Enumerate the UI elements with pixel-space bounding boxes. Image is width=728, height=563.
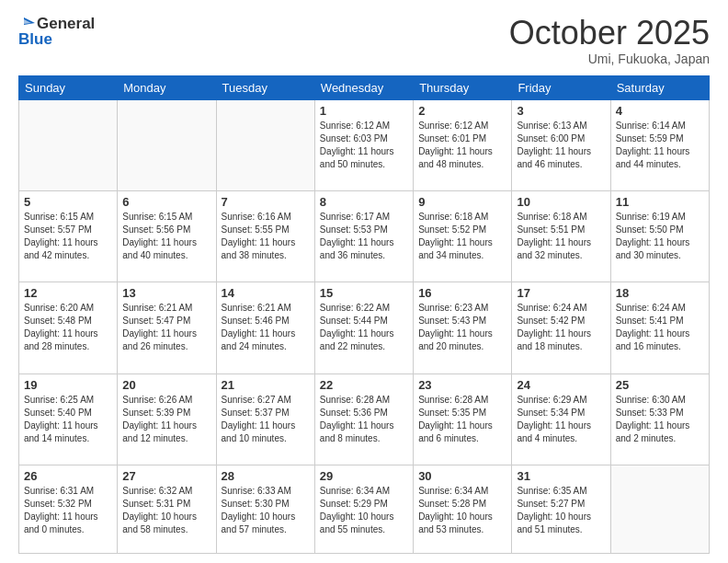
table-row: 9Sunrise: 6:18 AMSunset: 5:52 PMDaylight…: [414, 190, 512, 282]
cell-line: Sunrise: 6:27 AM: [222, 394, 310, 407]
table-row: 12Sunrise: 6:20 AMSunset: 5:48 PMDayligh…: [19, 282, 118, 373]
cell-line: and 12 minutes.: [122, 432, 210, 445]
day-number: 20: [122, 378, 210, 392]
cell-line: Daylight: 11 hours: [24, 511, 112, 523]
cell-line: and 55 minutes.: [320, 523, 408, 536]
week-row-3: 12Sunrise: 6:20 AMSunset: 5:48 PMDayligh…: [19, 282, 710, 373]
cell-line: and 8 minutes.: [320, 432, 408, 445]
cell-line: Sunset: 5:40 PM: [24, 407, 112, 419]
cell-line: Sunrise: 6:18 AM: [517, 211, 605, 224]
cell-line: Sunset: 5:57 PM: [24, 224, 112, 236]
table-row: 30Sunrise: 6:34 AMSunset: 5:28 PMDayligh…: [414, 465, 512, 554]
day-number: 7: [222, 195, 310, 209]
cell-line: Daylight: 10 hours: [517, 511, 605, 523]
header-monday: Monday: [118, 75, 216, 99]
cell-content: Sunrise: 6:12 AMSunset: 6:01 PMDaylight:…: [418, 120, 506, 171]
table-row: 22Sunrise: 6:28 AMSunset: 5:36 PMDayligh…: [314, 373, 413, 465]
table-row: 20Sunrise: 6:26 AMSunset: 5:39 PMDayligh…: [118, 373, 216, 465]
cell-line: Sunrise: 6:17 AM: [320, 211, 408, 224]
day-number: 17: [517, 286, 605, 300]
cell-line: Sunrise: 6:12 AM: [418, 120, 506, 132]
cell-line: Sunset: 5:47 PM: [122, 315, 210, 327]
table-row: 27Sunrise: 6:32 AMSunset: 5:31 PMDayligh…: [118, 465, 216, 554]
day-number: 24: [517, 378, 605, 392]
cell-line: Daylight: 10 hours: [418, 511, 506, 523]
location: Umi, Fukuoka, Japan: [509, 52, 710, 66]
cell-line: and 50 minutes.: [320, 158, 408, 171]
header-sunday: Sunday: [19, 75, 118, 99]
table-row: 4Sunrise: 6:14 AMSunset: 5:59 PMDaylight…: [610, 99, 709, 190]
day-number: 31: [517, 469, 605, 483]
day-number: 13: [122, 286, 210, 300]
cell-line: and 16 minutes.: [616, 340, 704, 353]
day-number: 30: [418, 469, 506, 483]
cell-line: Sunrise: 6:25 AM: [24, 394, 112, 407]
table-row: 26Sunrise: 6:31 AMSunset: 5:32 PMDayligh…: [19, 465, 118, 554]
day-number: 11: [616, 195, 704, 209]
cell-line: Daylight: 11 hours: [517, 419, 605, 432]
cell-line: and 57 minutes.: [222, 523, 310, 536]
day-number: 4: [616, 104, 704, 118]
cell-line: Daylight: 11 hours: [616, 419, 704, 432]
cell-line: and 26 minutes.: [122, 340, 210, 353]
table-row: 25Sunrise: 6:30 AMSunset: 5:33 PMDayligh…: [610, 373, 709, 465]
cell-line: Sunrise: 6:14 AM: [616, 120, 704, 132]
day-number: 5: [24, 195, 112, 209]
header-saturday: Saturday: [610, 75, 709, 99]
cell-line: Sunset: 5:43 PM: [418, 315, 506, 327]
cell-content: Sunrise: 6:16 AMSunset: 5:55 PMDaylight:…: [222, 211, 310, 262]
cell-line: Sunset: 5:55 PM: [222, 224, 310, 236]
cell-line: Sunrise: 6:22 AM: [320, 302, 408, 315]
cell-line: and 48 minutes.: [418, 158, 506, 171]
cell-line: Sunrise: 6:35 AM: [517, 485, 605, 498]
cell-content: Sunrise: 6:32 AMSunset: 5:31 PMDaylight:…: [122, 485, 210, 536]
logo: General Blue: [18, 15, 95, 49]
cell-line: and 30 minutes.: [616, 249, 704, 262]
day-number: 16: [418, 286, 506, 300]
cell-line: Daylight: 11 hours: [517, 236, 605, 249]
cell-line: Sunset: 6:03 PM: [320, 132, 408, 145]
day-number: 8: [320, 195, 408, 209]
cell-line: Sunrise: 6:34 AM: [418, 485, 506, 498]
cell-line: and 6 minutes.: [418, 432, 506, 445]
cell-line: Sunset: 5:50 PM: [616, 224, 704, 236]
cell-line: Daylight: 11 hours: [122, 419, 210, 432]
cell-line: Sunrise: 6:26 AM: [122, 394, 210, 407]
week-row-4: 19Sunrise: 6:25 AMSunset: 5:40 PMDayligh…: [19, 373, 710, 465]
cell-line: Daylight: 11 hours: [320, 145, 408, 158]
header-row: SundayMondayTuesdayWednesdayThursdayFrid…: [19, 75, 710, 99]
cell-content: Sunrise: 6:28 AMSunset: 5:35 PMDaylight:…: [418, 394, 506, 445]
cell-content: Sunrise: 6:34 AMSunset: 5:28 PMDaylight:…: [418, 485, 506, 536]
table-row: 17Sunrise: 6:24 AMSunset: 5:42 PMDayligh…: [512, 282, 610, 373]
cell-line: Sunset: 5:51 PM: [517, 224, 605, 236]
cell-line: and 40 minutes.: [122, 249, 210, 262]
day-number: 3: [517, 104, 605, 118]
cell-line: Sunset: 5:29 PM: [320, 498, 408, 511]
cell-line: Sunset: 5:30 PM: [222, 498, 310, 511]
day-number: 28: [222, 469, 310, 483]
table-row: 31Sunrise: 6:35 AMSunset: 5:27 PMDayligh…: [512, 465, 610, 554]
cell-line: and 32 minutes.: [517, 249, 605, 262]
cell-line: and 38 minutes.: [222, 249, 310, 262]
cell-content: Sunrise: 6:19 AMSunset: 5:50 PMDaylight:…: [616, 211, 704, 262]
cell-line: Sunrise: 6:15 AM: [24, 211, 112, 224]
cell-line: Daylight: 11 hours: [418, 419, 506, 432]
cell-line: Sunrise: 6:32 AM: [122, 485, 210, 498]
day-number: 26: [24, 469, 112, 483]
cell-line: Sunrise: 6:28 AM: [418, 394, 506, 407]
table-row: 6Sunrise: 6:15 AMSunset: 5:56 PMDaylight…: [118, 190, 216, 282]
cell-content: Sunrise: 6:22 AMSunset: 5:44 PMDaylight:…: [320, 302, 408, 353]
cell-line: Sunrise: 6:18 AM: [418, 211, 506, 224]
logo-blue: Blue: [18, 30, 52, 49]
cell-line: Sunrise: 6:16 AM: [222, 211, 310, 224]
table-row: 24Sunrise: 6:29 AMSunset: 5:34 PMDayligh…: [512, 373, 610, 465]
table-row: 18Sunrise: 6:24 AMSunset: 5:41 PMDayligh…: [610, 282, 709, 373]
cell-line: and 14 minutes.: [24, 432, 112, 445]
cell-line: Daylight: 11 hours: [616, 145, 704, 158]
week-row-5: 26Sunrise: 6:31 AMSunset: 5:32 PMDayligh…: [19, 465, 710, 554]
cell-line: Daylight: 10 hours: [320, 511, 408, 523]
cell-line: and 10 minutes.: [222, 432, 310, 445]
cell-content: Sunrise: 6:26 AMSunset: 5:39 PMDaylight:…: [122, 394, 210, 445]
cell-line: Sunset: 6:01 PM: [418, 132, 506, 145]
cell-line: Daylight: 11 hours: [122, 236, 210, 249]
